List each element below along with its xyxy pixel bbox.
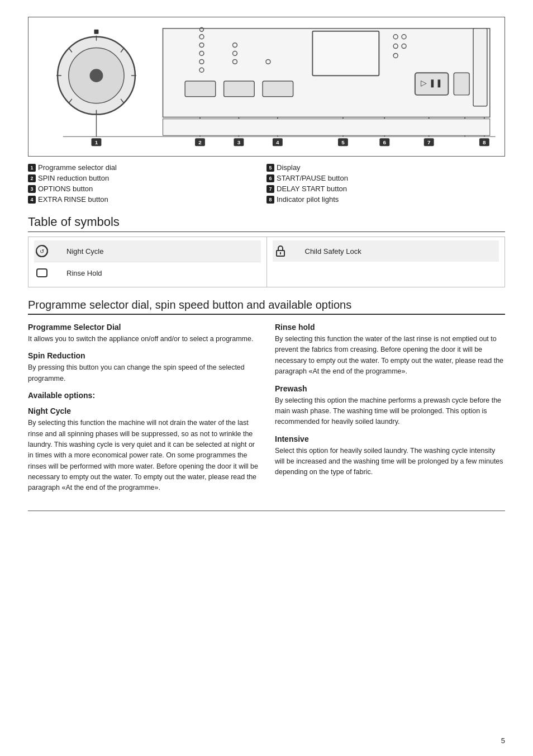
- symbols-col-right: Child Safety Lock: [267, 237, 505, 287]
- part-item-6: 6 START/PAUSE button: [266, 174, 505, 182]
- svg-text:6: 6: [383, 139, 387, 145]
- night-cycle-label: Night Cycle: [66, 247, 103, 256]
- parts-col-right: 5 Display 6 START/PAUSE button 7 DELAY S…: [266, 163, 505, 206]
- part-num-2: 2: [28, 174, 36, 182]
- symbols-col-left: ↺ Night Cycle Rinse Hold: [28, 237, 267, 287]
- svg-rect-11: [94, 30, 98, 34]
- svg-point-2: [90, 69, 103, 82]
- symbol-row-lock: Child Safety Lock: [273, 240, 499, 262]
- part-label-2: SPIN reduction button: [38, 174, 109, 182]
- part-num-4: 4: [28, 196, 36, 204]
- svg-rect-35: [473, 29, 487, 106]
- svg-rect-65: [37, 269, 47, 277]
- intensive-heading: Intensive: [275, 434, 505, 443]
- right-content-col: Rinse hold By selecting this function th…: [275, 323, 505, 494]
- symbols-section-title: Table of symbols: [28, 215, 505, 232]
- rinse-hold-heading: Rinse hold: [275, 323, 505, 332]
- part-item-4: 4 EXTRA RINSE button: [28, 195, 266, 204]
- prewash-heading: Prewash: [275, 384, 505, 393]
- part-label-7: DELAY START button: [277, 185, 347, 193]
- appliance-diagram: ▷ ❚❚ 1 2 3: [28, 17, 505, 157]
- part-num-3: 3: [28, 185, 36, 193]
- night-cycle-text: By selecting this function the machine w…: [28, 418, 258, 494]
- rinse-hold-icon: [34, 266, 50, 280]
- svg-text:1: 1: [95, 139, 98, 145]
- svg-text:8: 8: [483, 139, 486, 145]
- svg-text:3: 3: [237, 139, 241, 145]
- svg-rect-23: [185, 81, 216, 97]
- spin-reduction-heading: Spin Reduction: [28, 351, 258, 360]
- svg-rect-34: [454, 73, 469, 95]
- part-item-7: 7 DELAY START button: [266, 185, 505, 193]
- part-item-8: 8 Indicator pilot lights: [266, 195, 505, 204]
- svg-text:▷ ❚❚: ▷ ❚❚: [421, 78, 442, 88]
- part-num-8: 8: [266, 196, 274, 204]
- svg-rect-62: [163, 119, 489, 136]
- programme-section-title: Programme selector dial, spin speed butt…: [28, 299, 505, 315]
- part-label-3: OPTIONS button: [38, 185, 93, 193]
- rinse-hold-text: By selecting this function the water of …: [275, 334, 505, 377]
- part-item-3: 3 OPTIONS button: [28, 185, 266, 193]
- night-cycle-icon: ↺: [34, 244, 50, 258]
- available-options-heading: Available options:: [28, 391, 258, 400]
- svg-text:2: 2: [198, 139, 202, 145]
- part-label-5: Display: [277, 163, 301, 172]
- svg-rect-26: [312, 31, 379, 75]
- child-safety-lock-label: Child Safety Lock: [305, 247, 361, 256]
- svg-text:↺: ↺: [40, 248, 44, 254]
- part-num-1: 1: [28, 164, 36, 172]
- part-label-8: Indicator pilot lights: [277, 195, 339, 204]
- rinse-hold-label: Rinse Hold: [66, 269, 102, 277]
- svg-rect-24: [224, 81, 255, 97]
- symbol-row-night: ↺ Night Cycle: [34, 240, 261, 262]
- part-num-7: 7: [266, 185, 274, 193]
- symbol-row-rinse: Rinse Hold: [34, 262, 261, 284]
- programme-selector-heading: Programme Selector Dial: [28, 323, 258, 332]
- svg-text:7: 7: [427, 139, 431, 145]
- svg-rect-25: [263, 81, 293, 97]
- night-cycle-heading: Night Cycle: [28, 407, 258, 415]
- part-label-6: START/PAUSE button: [277, 174, 348, 182]
- part-item-1: 1 Programme selector dial: [28, 163, 266, 172]
- part-num-5: 5: [266, 164, 274, 172]
- part-item-2: 2 SPIN reduction button: [28, 174, 266, 182]
- content-columns: Programme Selector Dial It allows you to…: [28, 323, 505, 494]
- spin-reduction-text: By pressing this button you can change t…: [28, 362, 258, 384]
- prewash-text: By selecting this option the machine per…: [275, 395, 505, 428]
- parts-list: 1 Programme selector dial 2 SPIN reducti…: [28, 163, 505, 206]
- part-label-1: Programme selector dial: [38, 163, 117, 172]
- page-number: 5: [501, 736, 505, 745]
- part-label-4: EXTRA RINSE button: [38, 195, 108, 204]
- intensive-text: Select this option for heavily soiled la…: [275, 446, 505, 478]
- child-safety-lock-icon: [273, 244, 288, 258]
- part-item-5: 5 Display: [266, 163, 505, 172]
- svg-text:5: 5: [341, 139, 345, 145]
- parts-col-left: 1 Programme selector dial 2 SPIN reducti…: [28, 163, 266, 206]
- programme-selector-text: It allows you to switch the appliance on…: [28, 334, 258, 344]
- svg-text:4: 4: [276, 139, 279, 145]
- left-content-col: Programme Selector Dial It allows you to…: [28, 323, 258, 494]
- symbols-table: ↺ Night Cycle Rinse Hold: [28, 237, 505, 287]
- part-num-6: 6: [266, 174, 274, 182]
